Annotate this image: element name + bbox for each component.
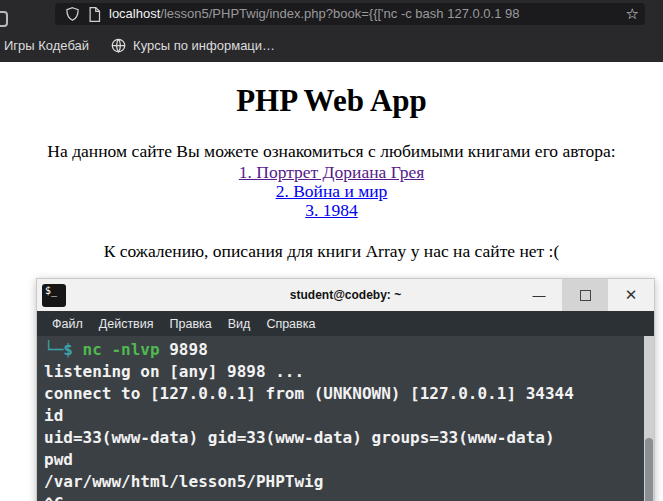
terminal-line: connect to [127.0.0.1] from (UNKNOWN) [1… [44, 383, 640, 405]
book-links: 1. Портрет Дориана Грея 2. Война и мир 3… [0, 163, 663, 220]
terminal-window: $_ student@codeby: ~ — ✕ Файл Действия П… [36, 278, 655, 501]
page-info-icon[interactable] [88, 7, 101, 22]
close-icon: ✕ [625, 286, 638, 304]
terminal-menubar: Файл Действия Правка Вид Справка [37, 311, 654, 336]
book-link-3[interactable]: 3. 1984 [0, 201, 663, 220]
scrollbar-thumb[interactable] [645, 438, 653, 501]
terminal-body[interactable]: └─$ nc -nlvp 9898listening on [any] 9898… [37, 336, 654, 501]
minimize-icon: — [533, 288, 546, 303]
terminal-output: └─$ nc -nlvp 9898listening on [any] 9898… [44, 339, 640, 501]
browser-toolbar: localhost/lesson5/PHPTwig/index.php?book… [0, 0, 663, 28]
menu-view[interactable]: Вид [220, 317, 259, 331]
terminal-scrollbar[interactable] [644, 336, 654, 501]
terminal-line: listening on [any] 9898 ... [44, 361, 640, 383]
terminal-line: pwd [44, 449, 640, 471]
bookmarks-bar: Игры Кодебай Курсы по информаци… [0, 28, 663, 62]
terminal-titlebar[interactable]: $_ student@codeby: ~ — ✕ [37, 279, 654, 311]
web-page: PHP Web App На данном сайте Вы можете оз… [0, 83, 663, 262]
minimize-button[interactable]: — [516, 279, 562, 311]
url-text[interactable]: localhost/lesson5/PHPTwig/index.php?book… [109, 3, 620, 25]
bookmark-item-games[interactable]: Игры Кодебай [4, 38, 89, 53]
book-link-1[interactable]: 1. Портрет Дориана Грея [0, 163, 663, 182]
terminal-line: id [44, 405, 640, 427]
extension-icon[interactable] [0, 11, 8, 27]
bookmark-star-icon[interactable]: ☆ [626, 3, 639, 25]
terminal-line: ^C [44, 493, 640, 501]
address-bar[interactable]: localhost/lesson5/PHPTwig/index.php?book… [55, 3, 645, 25]
terminal-app-icon: $_ [42, 284, 66, 307]
terminal-line: uid=33(www-data) gid=33(www-data) groups… [44, 427, 640, 449]
page-title: PHP Web App [0, 83, 663, 119]
bookmark-label: Курсы по информаци… [133, 38, 275, 53]
error-message: К сожалению, описания для книги Array у … [0, 241, 663, 262]
menu-edit[interactable]: Правка [162, 317, 220, 331]
shield-icon[interactable] [65, 6, 80, 22]
menu-actions[interactable]: Действия [91, 317, 162, 331]
intro-text: На данном сайте Вы можете ознакомиться с… [0, 141, 663, 162]
book-link-2[interactable]: 2. Война и мир [0, 182, 663, 201]
bookmark-item-courses[interactable]: Курсы по информаци… [111, 38, 275, 53]
terminal-line: /var/www/html/lesson5/PHPTwig [44, 471, 640, 493]
url-host: localhost [109, 6, 160, 21]
url-path: /lesson5/PHPTwig/index.php?book={{['nc -… [160, 6, 519, 21]
url-fade [586, 3, 620, 25]
close-button[interactable]: ✕ [608, 279, 654, 311]
globe-icon [111, 38, 126, 53]
terminal-line: └─$ nc -nlvp 9898 [44, 339, 640, 361]
menu-file[interactable]: Файл [44, 317, 91, 331]
bookmark-label: Игры Кодебай [4, 38, 89, 53]
maximize-icon [580, 290, 591, 301]
menu-help[interactable]: Справка [258, 317, 323, 331]
maximize-button[interactable] [562, 279, 608, 311]
